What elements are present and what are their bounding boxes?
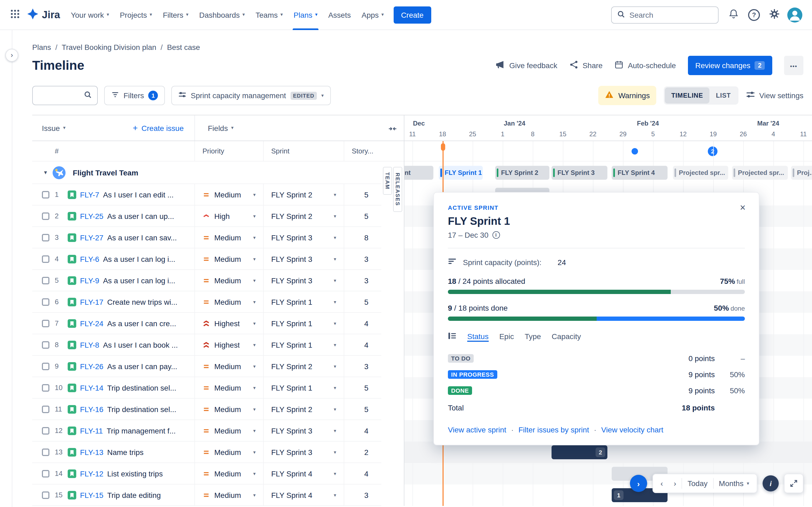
row-checkbox[interactable]	[42, 277, 49, 284]
releases-strip[interactable]: RELEASES	[393, 167, 402, 212]
row-checkbox[interactable]	[42, 191, 49, 198]
sprint-select[interactable]: FLY Sprint 1	[263, 313, 344, 334]
nav-item-apps[interactable]: Apps	[356, 0, 389, 30]
issue-key-link[interactable]: FLY-8	[80, 340, 99, 349]
sprint-chip-projected-spr[interactable]: Projected spr...	[732, 166, 788, 180]
issue-key-link[interactable]: FLY-12	[80, 469, 103, 478]
release-milestone-dot[interactable]	[631, 148, 638, 155]
row-checkbox[interactable]	[42, 255, 49, 263]
tab-capacity[interactable]: Capacity	[552, 332, 581, 341]
priority-select[interactable]: Highest	[194, 313, 263, 334]
team-strip[interactable]: TEAM	[383, 167, 392, 195]
tab-type[interactable]: Type	[525, 332, 541, 341]
nav-item-your-work[interactable]: Your work	[65, 0, 115, 30]
priority-select[interactable]: Medium	[194, 356, 263, 377]
priority-select[interactable]: Medium	[194, 463, 263, 484]
release-milestone-count[interactable]: 2	[708, 147, 717, 156]
share-button[interactable]: Share	[569, 60, 603, 71]
info-icon[interactable]	[492, 231, 500, 239]
give-feedback-button[interactable]: Give feedback	[496, 60, 557, 71]
sprint-select[interactable]: FLY Sprint 3	[263, 420, 344, 441]
issue-key-link[interactable]: FLY-11	[80, 426, 103, 435]
auto-schedule-button[interactable]: Auto-schedule	[614, 60, 676, 71]
create-button[interactable]: Create	[393, 6, 431, 23]
breadcrumb-plan-name[interactable]: Travel Booking Division plan	[62, 43, 156, 52]
nav-item-projects[interactable]: Projects	[114, 0, 157, 30]
issue-key-link[interactable]: FLY-15	[80, 491, 103, 499]
row-checkbox[interactable]	[42, 212, 49, 220]
sprint-chip-projected-spr[interactable]: Projected spr...	[673, 166, 728, 180]
tab-list[interactable]: LIST	[709, 88, 737, 104]
view-active-sprint-link[interactable]: View active sprint	[448, 426, 506, 434]
nav-item-filters[interactable]: Filters	[157, 0, 194, 30]
sprint-chip-int[interactable]: int	[404, 166, 434, 180]
settings-button[interactable]	[766, 6, 783, 23]
expand-panel-button[interactable]	[630, 475, 647, 492]
warnings-button[interactable]: Warnings	[599, 86, 656, 105]
fullscreen-button[interactable]	[784, 474, 803, 493]
priority-select[interactable]: Medium	[194, 270, 263, 291]
nav-item-plans[interactable]: Plans	[288, 0, 323, 30]
today-button[interactable]: Today	[682, 476, 713, 491]
close-icon[interactable]	[735, 200, 750, 215]
sprint-select[interactable]: FLY Sprint 2	[263, 399, 344, 419]
issue-key-link[interactable]: FLY-7	[80, 190, 99, 199]
help-button[interactable]	[746, 6, 763, 23]
priority-select[interactable]: Medium	[194, 485, 263, 505]
saved-view-selector[interactable]: Sprint capacity management EDITED	[171, 86, 331, 105]
issue-menu-button[interactable]: Issue	[42, 124, 65, 132]
collapse-fields-button[interactable]	[387, 123, 399, 135]
filters-button[interactable]: Filters 1	[104, 86, 165, 105]
row-checkbox[interactable]	[42, 341, 49, 348]
row-checkbox[interactable]	[42, 384, 49, 391]
priority-select[interactable]: Medium	[194, 377, 263, 398]
sprint-select[interactable]: FLY Sprint 1	[263, 377, 344, 398]
priority-select[interactable]: Medium	[194, 291, 263, 312]
create-issue-button[interactable]: Create issue	[133, 124, 184, 132]
sprint-select[interactable]: FLY Sprint 3	[263, 442, 344, 462]
nav-item-assets[interactable]: Assets	[323, 0, 356, 30]
row-checkbox[interactable]	[42, 362, 49, 370]
issue-key-link[interactable]: FLY-9	[80, 276, 99, 285]
sprint-select[interactable]: FLY Sprint 3	[263, 227, 344, 248]
more-actions-button[interactable]	[784, 56, 803, 75]
issue-key-link[interactable]: FLY-16	[80, 405, 103, 413]
zoom-level-select[interactable]: Months	[713, 476, 755, 491]
review-changes-button[interactable]: Review changes 2	[688, 56, 772, 75]
priority-select[interactable]: Medium	[194, 420, 263, 441]
tab-status[interactable]: Status	[467, 332, 489, 341]
priority-select[interactable]: Medium	[194, 227, 263, 248]
sprint-chip-fly-sprint-3[interactable]: FLY Sprint 3	[552, 166, 607, 180]
jira-logo[interactable]: Jira	[27, 8, 60, 21]
priority-select[interactable]: High	[194, 206, 263, 226]
sprint-select[interactable]: FLY Sprint 2	[263, 184, 344, 205]
notifications-button[interactable]	[725, 6, 742, 23]
team-group-row[interactable]: Flight Travel Team	[32, 162, 381, 184]
sprint-select[interactable]: FLY Sprint 1	[263, 334, 344, 355]
scroll-right-button[interactable]: ›	[668, 476, 681, 491]
global-search-input[interactable]	[629, 10, 713, 19]
priority-select[interactable]: Medium	[194, 399, 263, 419]
profile-button[interactable]	[786, 6, 803, 23]
sprint-chip-fly-sprint-2[interactable]: FLY Sprint 2	[495, 166, 549, 180]
breadcrumb-scenario[interactable]: Best case	[167, 43, 200, 52]
breadcrumb-plans[interactable]: Plans	[32, 43, 51, 52]
priority-select[interactable]: Medium	[194, 184, 263, 205]
priority-select[interactable]: Medium	[194, 248, 263, 269]
tab-epic[interactable]: Epic	[499, 332, 514, 341]
sprint-select[interactable]: FLY Sprint 2	[263, 206, 344, 226]
sprint-select[interactable]: FLY Sprint 4	[263, 463, 344, 484]
row-checkbox[interactable]	[42, 427, 49, 434]
sprint-select[interactable]: FLY Sprint 2	[263, 356, 344, 377]
row-checkbox[interactable]	[42, 320, 49, 327]
row-checkbox[interactable]	[42, 470, 49, 477]
issue-key-link[interactable]: FLY-13	[80, 448, 103, 456]
fields-menu-button[interactable]: Fields	[208, 124, 234, 132]
row-checkbox[interactable]	[42, 405, 49, 413]
row-checkbox[interactable]	[42, 448, 49, 456]
issue-key-link[interactable]: FLY-24	[80, 319, 103, 328]
issue-search-input[interactable]	[38, 91, 84, 100]
nav-item-dashboards[interactable]: Dashboards	[194, 0, 250, 30]
nav-item-teams[interactable]: Teams	[250, 0, 288, 30]
global-search[interactable]	[611, 6, 719, 23]
